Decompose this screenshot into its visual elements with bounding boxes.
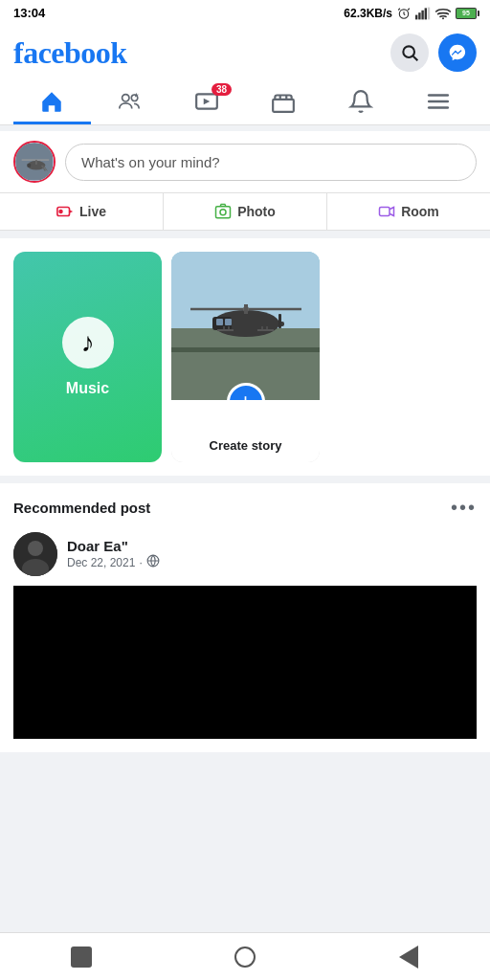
circle-icon <box>234 947 256 968</box>
nav-tabs: 38 <box>13 81 477 124</box>
create-story-label: Create story <box>210 438 282 453</box>
menu-icon <box>426 89 451 114</box>
bottom-bar <box>0 932 490 980</box>
triangle-icon <box>399 946 418 969</box>
back-button[interactable] <box>391 940 426 974</box>
status-bar: 13:04 62.3KB/s 95 <box>0 0 490 26</box>
more-options-button[interactable]: ••• <box>451 497 477 519</box>
battery-icon: 95 <box>456 8 477 19</box>
room-button[interactable]: Room <box>327 193 490 230</box>
music-note-icon: ♪ <box>81 327 95 358</box>
svg-marker-24 <box>69 210 73 213</box>
svg-rect-34 <box>216 319 223 325</box>
post-date: Dec 22, 2021 <box>67 556 135 569</box>
svg-rect-28 <box>380 208 390 216</box>
header-icons <box>390 33 477 72</box>
stories-section: ♪ Music <box>0 238 490 476</box>
svg-rect-35 <box>225 319 232 325</box>
story-create-bottom: Create story <box>171 400 320 462</box>
svg-rect-3 <box>421 10 423 19</box>
svg-rect-1 <box>415 14 417 19</box>
photo-icon <box>214 203 232 220</box>
plus-icon: + <box>238 390 252 401</box>
header-top: facebook <box>13 33 477 72</box>
search-icon <box>400 43 419 62</box>
svg-rect-5 <box>428 7 430 19</box>
live-label: Live <box>79 204 106 219</box>
avatar-image <box>15 143 54 181</box>
svg-rect-40 <box>244 304 248 314</box>
signal-icon <box>415 7 431 20</box>
svg-point-9 <box>122 95 129 101</box>
messenger-icon <box>448 43 467 62</box>
svg-line-8 <box>413 56 418 61</box>
network-speed: 62.3KB/s <box>344 7 392 20</box>
live-icon <box>56 203 74 220</box>
alarm-icon <box>397 7 411 20</box>
tab-watch[interactable]: 38 <box>167 81 245 124</box>
post-bar: What's on your mind? <box>0 131 490 192</box>
stop-button[interactable] <box>64 940 99 974</box>
watch-badge: 38 <box>212 83 232 96</box>
post-author-name: Doar Ea" <box>67 538 160 554</box>
post-separator: · <box>139 556 142 569</box>
tab-home[interactable] <box>13 81 91 124</box>
post-image <box>13 586 477 739</box>
music-story-label: Music <box>66 380 109 397</box>
globe-icon <box>146 554 160 570</box>
post-author: Doar Ea" Dec 22, 2021 · <box>13 532 477 576</box>
music-icon-circle: ♪ <box>62 317 114 368</box>
post-meta: Dec 22, 2021 · <box>67 554 160 570</box>
svg-rect-4 <box>425 8 427 19</box>
svg-rect-20 <box>35 160 37 165</box>
facebook-logo: facebook <box>13 35 127 71</box>
header: facebook <box>0 26 490 125</box>
tab-menu[interactable] <box>399 81 477 124</box>
photo-button[interactable]: Photo <box>164 193 327 230</box>
home-icon <box>39 89 64 114</box>
story-helicopter-image: + <box>171 252 320 400</box>
svg-point-7 <box>403 46 414 57</box>
status-time: 13:04 <box>13 6 45 20</box>
tab-friends[interactable] <box>91 81 168 124</box>
svg-rect-12 <box>274 100 295 112</box>
user-avatar-container[interactable] <box>13 141 56 183</box>
home-button[interactable] <box>228 940 262 974</box>
helicopter-scene-svg <box>171 252 320 400</box>
svg-rect-37 <box>278 314 281 328</box>
room-label: Room <box>401 204 439 219</box>
friends-icon <box>117 89 142 114</box>
svg-rect-31 <box>171 347 320 352</box>
tab-notifications[interactable] <box>323 81 400 124</box>
svg-point-25 <box>58 210 63 214</box>
bell-icon <box>348 89 373 114</box>
user-avatar <box>13 141 56 183</box>
square-icon <box>71 947 92 968</box>
svg-point-6 <box>442 17 444 19</box>
post-author-info: Doar Ea" Dec 22, 2021 · <box>67 538 160 570</box>
recommended-label: Recommended post <box>13 500 150 516</box>
room-icon <box>378 203 395 220</box>
post-author-avatar <box>13 532 57 576</box>
avatar-heli-svg <box>16 144 53 180</box>
action-bar: Live Photo Room <box>0 192 490 231</box>
live-button[interactable]: Live <box>0 193 164 230</box>
recommended-header: Recommended post ••• <box>13 497 477 519</box>
post-avatar-image <box>13 532 57 576</box>
music-story-card[interactable]: ♪ Music <box>13 252 162 462</box>
messenger-button[interactable] <box>438 33 477 72</box>
recommended-section: Recommended post ••• Doar Ea" Dec 22, 20… <box>0 483 490 752</box>
svg-rect-26 <box>216 207 231 218</box>
photo-label: Photo <box>237 204 276 219</box>
svg-rect-18 <box>27 164 31 167</box>
marketplace-icon <box>271 89 296 114</box>
create-story-card[interactable]: + Create story <box>171 252 320 462</box>
tab-marketplace[interactable] <box>245 81 323 124</box>
svg-point-27 <box>220 210 226 215</box>
search-button[interactable] <box>390 33 429 72</box>
status-right: 62.3KB/s 95 <box>344 7 477 20</box>
svg-rect-2 <box>418 12 420 19</box>
wifi-icon <box>435 7 451 20</box>
svg-point-48 <box>28 541 43 556</box>
post-input[interactable]: What's on your mind? <box>65 144 477 181</box>
